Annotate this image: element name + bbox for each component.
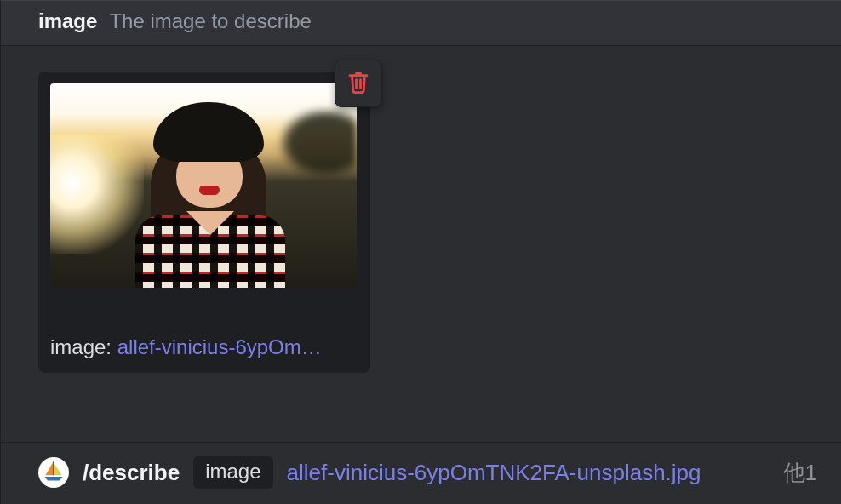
trash-icon — [346, 69, 371, 98]
attachment-thumbnail — [50, 83, 357, 288]
sailboat-icon — [42, 459, 66, 486]
attachment-card[interactable]: image: allef-vinicius-6ypOm… — [38, 72, 370, 373]
param-description: The image to describe — [109, 9, 311, 33]
slash-command: /describe — [83, 460, 180, 486]
parameter-header: image The image to describe — [1, 1, 841, 45]
delete-attachment-button[interactable] — [335, 60, 382, 107]
bot-avatar — [38, 457, 69, 488]
attachment-filename-label: image: allef-vinicius-6ypOm… — [50, 335, 358, 359]
param-chip-image[interactable]: image — [193, 456, 272, 489]
attachment-area: image: allef-vinicius-6ypOm… — [1, 45, 841, 442]
trailing-indicator: 他1 — [783, 458, 817, 488]
param-name: image — [38, 9, 97, 33]
param-value-filename[interactable]: allef-vinicius-6ypOmTNK2FA-unsplash.jpg — [287, 460, 769, 486]
attachment-label-prefix: image: — [50, 335, 117, 358]
command-input-bar[interactable]: /describe image allef-vinicius-6ypOmTNK2… — [1, 442, 841, 504]
attachment-filename: allef-vinicius-6ypOm… — [117, 335, 322, 358]
